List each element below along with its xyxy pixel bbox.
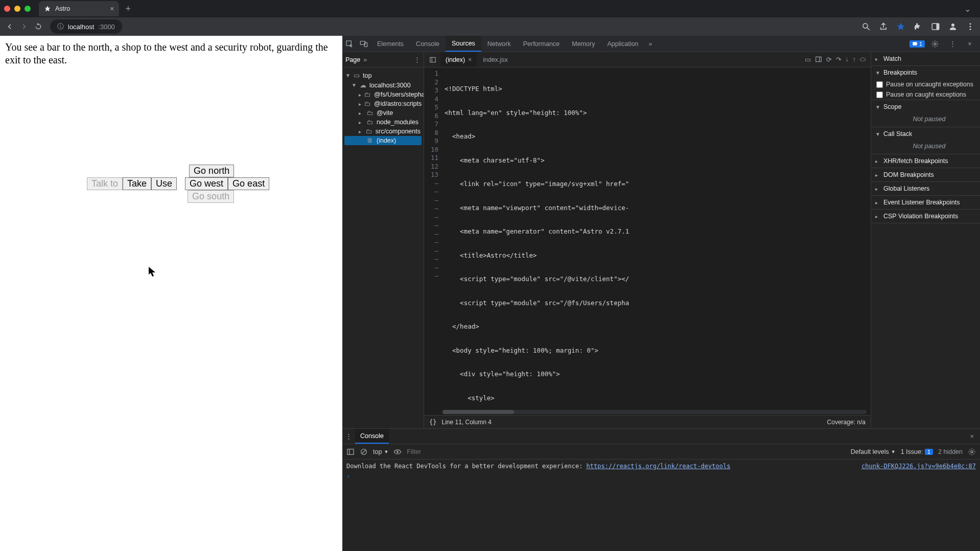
pause-uncaught-checkbox[interactable]: Pause on uncaught exceptions (871, 79, 980, 89)
svg-point-0 (863, 24, 868, 28)
pane-call-stack[interactable]: ▼Call Stack (871, 127, 980, 141)
drawer-tab-console[interactable]: Console (355, 429, 389, 444)
devtools-menu-icon[interactable]: ⋮ (945, 40, 960, 48)
console-prompt[interactable]: › (346, 470, 976, 480)
console-drawer: ⋮ Console × top▼ Default levels▼ 1 Issue… (342, 428, 980, 551)
url-input[interactable]: ⓘ localhost:3000 (50, 19, 122, 34)
sidepanel-icon[interactable] (931, 22, 940, 31)
tab-close-icon[interactable]: × (110, 5, 114, 13)
take-button[interactable]: Take (123, 177, 151, 190)
step-over-icon[interactable]: ↷ (836, 56, 842, 63)
devtools-link[interactable]: https://reactjs.org/link/react-devtools (587, 463, 731, 470)
svg-point-7 (970, 29, 971, 30)
console-settings-icon[interactable] (968, 448, 976, 456)
extensions-icon[interactable] (914, 22, 923, 31)
message-source-link[interactable]: chunk-DFKQJ226.js?v=9e6b4e8c:87 (861, 463, 976, 470)
back-button[interactable] (5, 22, 14, 31)
device-toggle-icon[interactable] (357, 40, 371, 48)
tab-elements[interactable]: Elements (371, 36, 410, 52)
source-editor: (index)× index.jsx ▭ ⟳ ↷ ↓ ↑ ⬭ 123456789… (424, 52, 871, 428)
tab-performance[interactable]: Performance (517, 36, 566, 52)
window-minimize-icon[interactable] (14, 6, 20, 12)
new-tab-button[interactable]: + (122, 4, 134, 14)
resume-icon[interactable]: ⟳ (826, 56, 832, 63)
tabs-overflow-icon[interactable]: » (645, 40, 657, 48)
devtools-close-icon[interactable]: × (963, 40, 977, 48)
pane-breakpoints[interactable]: ▼Breakpoints (871, 66, 980, 79)
clear-console-icon[interactable] (360, 448, 368, 456)
tree-folder-src[interactable]: ▸🗀src/components (344, 127, 422, 136)
editor-tab-indexjsx[interactable]: index.jsx (478, 52, 513, 67)
issues-indicator[interactable]: 1 (909, 40, 925, 48)
svg-rect-13 (430, 57, 436, 62)
svg-line-1 (867, 28, 870, 30)
site-info-icon[interactable]: ⓘ (57, 22, 64, 31)
browser-tab[interactable]: Astro × (39, 1, 119, 16)
menu-icon[interactable] (966, 22, 975, 31)
profile-icon[interactable] (948, 22, 958, 31)
tree-folder-fs[interactable]: ▸🗀@fs/Users/stepha (344, 90, 422, 99)
use-button[interactable]: Use (151, 177, 177, 190)
tab-sources[interactable]: Sources (446, 36, 481, 52)
editor-status-bar: {} Line 11, Column 4 Coverage: n/a (424, 415, 871, 428)
tabs-menu-icon[interactable]: ⌄ (959, 4, 976, 14)
svg-point-21 (396, 451, 399, 453)
tab-network[interactable]: Network (481, 36, 517, 52)
line-gutter: 12345678910111213–––––––––––– (424, 67, 441, 415)
toggle-navigator-icon[interactable] (426, 56, 439, 63)
toggle-debugger-icon[interactable] (815, 56, 822, 63)
tab-console[interactable]: Console (410, 36, 446, 52)
tree-folder-astro[interactable]: ▸🗀@id/astro:scripts (344, 99, 422, 108)
drawer-menu-icon[interactable]: ⋮ (345, 432, 352, 440)
tree-host[interactable]: ▼☁localhost:3000 (344, 80, 422, 90)
horizontal-scrollbar[interactable] (442, 410, 867, 414)
tree-file-index[interactable]: 🗎(index) (344, 136, 422, 145)
step-out-icon[interactable]: ↑ (853, 56, 856, 63)
pane-dom-breakpoints[interactable]: ▸DOM Breakpoints (871, 168, 980, 181)
go-north-button[interactable]: Go north (189, 165, 234, 177)
go-east-button[interactable]: Go east (228, 177, 269, 190)
console-sidebar-toggle-icon[interactable] (346, 448, 355, 456)
code-editor[interactable]: 12345678910111213–––––––––––– <!DOCTYPE … (424, 67, 871, 415)
tree-top[interactable]: ▼▭top (344, 71, 422, 80)
go-west-button[interactable]: Go west (185, 177, 228, 190)
inspect-element-icon[interactable] (342, 40, 357, 48)
deactivate-breakpoints-icon[interactable]: ⬭ (860, 56, 866, 63)
pretty-print-icon[interactable]: {} (429, 419, 436, 426)
log-levels-select[interactable]: Default levels▼ (851, 448, 896, 455)
close-icon[interactable]: × (468, 56, 472, 63)
tab-memory[interactable]: Memory (566, 36, 601, 52)
room-description: You see a bar to the north, a shop to th… (0, 36, 342, 66)
share-icon[interactable] (879, 22, 888, 31)
pane-scope[interactable]: ▼Scope (871, 100, 980, 113)
svg-point-5 (970, 23, 971, 25)
pane-watch[interactable]: ▸Watch (871, 52, 980, 65)
reload-button[interactable] (34, 22, 43, 31)
step-into-icon[interactable]: ↓ (846, 56, 849, 63)
hidden-messages[interactable]: 2 hidden (938, 448, 963, 455)
window-maximize-icon[interactable] (25, 6, 31, 12)
new-snippet-icon[interactable]: ▭ (805, 56, 811, 63)
pane-xhr-breakpoints[interactable]: ▸XHR/fetch Breakpoints (871, 154, 980, 168)
console-filter-input[interactable] (407, 448, 845, 455)
window-close-icon[interactable] (4, 6, 10, 12)
editor-tab-index[interactable]: (index)× (440, 52, 477, 67)
pane-csp-breakpoints[interactable]: ▸CSP Violation Breakpoints (871, 210, 980, 223)
settings-icon[interactable] (928, 40, 942, 48)
drawer-close-icon[interactable]: × (967, 433, 977, 440)
pane-event-listener-breakpoints[interactable]: ▸Event Listener Breakpoints (871, 196, 980, 209)
svg-point-12 (934, 43, 936, 45)
bookmark-icon[interactable] (896, 22, 905, 31)
execution-context-select[interactable]: top▼ (373, 448, 388, 455)
navigator-overflow-icon[interactable]: » (363, 56, 367, 63)
zoom-icon[interactable] (861, 22, 871, 31)
pause-caught-checkbox[interactable]: Pause on caught exceptions (871, 89, 980, 100)
navigator-page-tab[interactable]: Page (345, 56, 360, 63)
tab-application[interactable]: Application (601, 36, 644, 52)
navigator-menu-icon[interactable]: ⋮ (414, 56, 421, 63)
live-expression-icon[interactable] (393, 448, 402, 456)
issue-summary[interactable]: 1 Issue: 1 (901, 448, 933, 455)
tree-folder-nodemodules[interactable]: ▸🗀node_modules (344, 118, 422, 127)
tree-folder-vite[interactable]: ▸🗀@vite (344, 108, 422, 118)
pane-global-listeners[interactable]: ▸Global Listeners (871, 182, 980, 195)
